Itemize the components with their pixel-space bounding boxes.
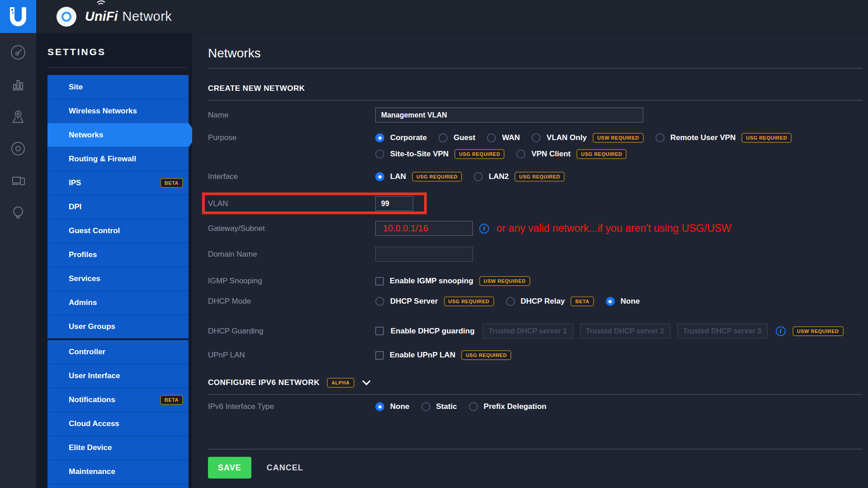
dhcp-server-option[interactable]: DHCP Server USG REQUIRED [375,296,494,306]
checkbox[interactable] [375,351,384,360]
purpose-remote-user-vpn-option[interactable]: Remote User VPN USG REQUIRED [656,133,792,143]
ubiquiti-logo[interactable] [0,0,36,33]
settings-divider [47,67,188,68]
purpose-label: Purpose [208,131,375,142]
divider [208,100,863,101]
sidebar-item-maintenance[interactable]: Maintenance [47,460,189,483]
ipv6-prefix-delegation-option[interactable]: Prefix Delegation [469,402,547,411]
brand-unifi: UniFi [85,9,118,24]
section-title: CREATE NEW NETWORK [208,84,863,93]
main-content: Networks CREATE NEW NETWORK Name Purpose… [192,33,868,488]
info-icon[interactable]: i [776,326,786,336]
sidebar-item-controller[interactable]: Controller [47,340,189,364]
sidebar-item-user-interface[interactable]: User Interface [47,364,189,388]
radio-selected[interactable] [375,172,384,181]
sidebar-item-dpi[interactable]: DPI [47,195,189,219]
divider [208,394,863,395]
sidebar-item-notifications[interactable]: NotificationsBETA [47,388,189,412]
purpose-vpn-client-option[interactable]: VPN Client USG REQUIRED [516,149,627,159]
radio[interactable] [506,297,515,306]
sidebar-item-routing-firewall[interactable]: Routing & Firewall [47,147,189,171]
purpose-corporate-option[interactable]: Corporate [375,133,427,142]
ipv6-none-option[interactable]: None [375,402,410,411]
radio[interactable] [439,133,448,142]
top-bar: UniFi Network [0,0,868,33]
sidebar-item-networks[interactable]: Networks [47,123,189,147]
checkbox[interactable] [375,277,384,286]
radio[interactable] [421,402,430,411]
ipv6-section-header: CONFIGURE IPV6 NETWORK ALPHA [208,377,863,389]
radio[interactable] [474,172,483,181]
domain-row: Domain Name [208,247,863,262]
radio[interactable] [516,150,525,159]
dhcp-relay-option[interactable]: DHCP Relay BETA [506,296,594,306]
name-label: Name [208,111,375,120]
sidebar-item-cloud-access[interactable]: Cloud Access [47,412,189,436]
gateway-label: Gateway/Subnet [208,224,375,233]
map-pin-icon[interactable] [9,108,27,125]
usw-required-badge: USW REQUIRED [593,133,644,143]
radio[interactable] [375,150,384,159]
sidebar-item-site[interactable]: Site [47,75,189,99]
sidebar-item-guest-control[interactable]: Guest Control [47,219,189,243]
radio[interactable] [487,133,496,142]
usg-required-badge: USG REQUIRED [741,133,792,143]
cancel-button[interactable]: CANCEL [267,463,303,473]
chevron-down-icon[interactable] [362,377,370,385]
igmp-row: IGMP Snooping Enable IGMP snooping USW R… [208,275,863,287]
usw-required-badge: USW REQUIRED [479,276,530,286]
radio-selected[interactable] [375,402,384,411]
sidebar-item-admins[interactable]: Admins [47,291,189,314]
usg-required-badge: USG REQUIRED [576,149,627,159]
clients-devices-icon[interactable] [9,172,27,189]
sidebar-item-ips[interactable]: IPSBETA [47,171,189,195]
domain-name-input[interactable] [375,247,473,262]
igmp-enable-option[interactable]: Enable IGMP snooping USW REQUIRED [375,276,530,286]
network-name-input[interactable] [375,108,643,122]
save-button[interactable]: SAVE [208,457,251,479]
purpose-wan-option[interactable]: WAN [487,133,520,142]
interface-lan-option[interactable]: LAN USG REQUIRED [375,172,462,182]
vlan-label: VLAN [208,199,375,208]
interface-lan2-option[interactable]: LAN2 USG REQUIRED [474,172,565,182]
sidebar-item-profiles[interactable]: Profiles [47,243,189,267]
radio[interactable] [469,402,478,411]
dhcp-guarding-label: DHCP Guarding [208,327,375,336]
radio[interactable] [656,133,665,142]
upnp-row: UPnP LAN Enable UPnP LAN USG REQUIRED [208,349,863,361]
devices-disc-icon[interactable] [9,140,27,157]
purpose-vlan-only-option[interactable]: VLAN Only USW REQUIRED [532,133,644,143]
vlan-id-input[interactable] [375,196,413,211]
vlan-row: VLAN [208,196,863,211]
statistics-bars-icon[interactable] [9,76,27,93]
purpose-site-to-site-vpn-option[interactable]: Site-to-Site VPN USG REQUIRED [375,149,505,159]
info-icon[interactable]: i [479,224,489,234]
gateway-subnet-input[interactable] [375,221,473,236]
dhcp-mode-row: DHCP Mode DHCP Server USG REQUIRED DHCP … [208,296,863,307]
ipv6-type-row: IPv6 Interface Type None Static Prefix D… [208,401,863,413]
checkbox[interactable] [375,327,384,335]
sidebar-item-wireless-networks[interactable]: Wireless Networks [47,99,189,123]
radio-selected[interactable] [606,297,615,306]
name-row: Name [208,108,863,122]
radio-selected[interactable] [375,133,384,142]
trusted-dhcp-server-2-input[interactable] [580,324,670,338]
dhcp-none-option[interactable]: None [606,297,640,306]
ipv6-static-option[interactable]: Static [421,402,457,411]
purpose-guest-option[interactable]: Guest [439,133,475,142]
usg-required-badge: USG REQUIRED [412,172,462,182]
radio[interactable] [375,297,384,306]
sidebar-item-services[interactable]: Services [47,267,189,291]
usg-required-badge: USG REQUIRED [444,296,494,306]
usg-required-badge: USG REQUIRED [454,149,505,159]
sidebar-item-user-groups[interactable]: User Groups [47,314,189,338]
trusted-dhcp-server-1-input[interactable] [483,324,573,338]
dashboard-gauge-icon[interactable] [9,44,27,61]
insights-bulb-icon[interactable] [9,204,27,221]
menu-clipped-item [47,483,189,488]
interface-row: Interface LAN USG REQUIRED LAN2 USG REQU… [208,170,863,183]
sidebar-item-elite-device[interactable]: Elite Device [47,436,189,460]
radio[interactable] [532,133,541,142]
upnp-enable-option[interactable]: Enable UPnP LAN USG REQUIRED [375,350,511,360]
trusted-dhcp-server-3-input[interactable] [677,324,768,338]
